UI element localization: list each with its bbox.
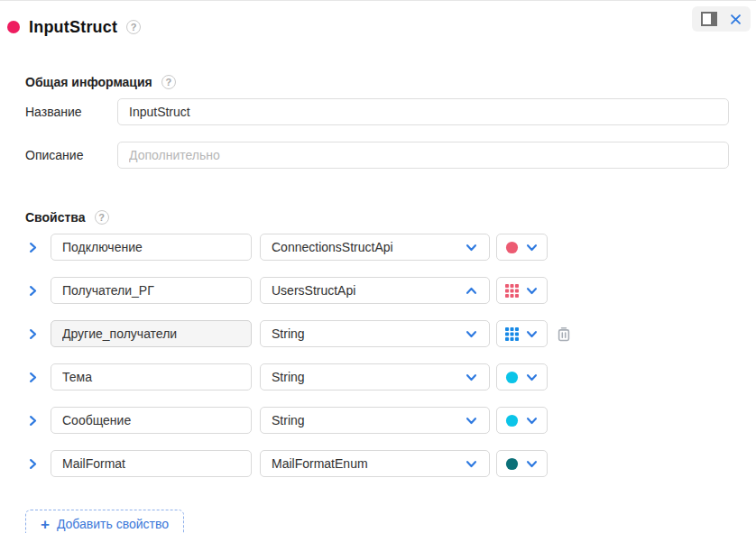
chevron-down-icon xyxy=(465,457,478,471)
chevron-right-icon[interactable] xyxy=(25,456,40,471)
close-icon xyxy=(730,14,742,25)
property-type-select[interactable]: UsersStructApi xyxy=(260,277,490,304)
property-color-select[interactable] xyxy=(496,450,548,477)
add-property-button[interactable]: + Добавить свойство xyxy=(25,510,184,533)
chevron-down-icon xyxy=(465,327,478,341)
add-property-label: Добавить свойство xyxy=(57,517,169,531)
help-icon[interactable]: ? xyxy=(161,75,176,89)
property-type-value: String xyxy=(272,326,305,341)
description-input[interactable] xyxy=(117,142,729,169)
property-row: MailFormatEnum xyxy=(25,450,729,477)
property-color-select[interactable] xyxy=(496,234,548,261)
property-type-value: String xyxy=(272,413,305,427)
property-name-input[interactable] xyxy=(51,450,252,477)
property-row: ConnectionsStructApi xyxy=(25,234,729,261)
property-type-value: MailFormatEnum xyxy=(272,456,368,471)
property-color-select[interactable] xyxy=(496,407,548,434)
properties-title: Свойства xyxy=(25,210,86,225)
property-type-select[interactable]: String xyxy=(260,320,490,347)
property-color-select[interactable] xyxy=(496,320,548,347)
chevron-right-icon[interactable] xyxy=(25,326,40,341)
property-color-select[interactable] xyxy=(496,363,548,391)
description-field-label: Описание xyxy=(25,148,117,162)
properties-section: Свойства ? ConnectionsStructApi xyxy=(25,210,729,533)
chevron-down-icon xyxy=(525,371,539,384)
property-color-select[interactable] xyxy=(496,277,548,304)
grid-icon xyxy=(505,327,519,341)
dot-icon xyxy=(505,371,519,384)
page-title: InputStruct xyxy=(29,18,117,37)
help-icon[interactable]: ? xyxy=(95,210,109,225)
dot-icon xyxy=(505,241,519,254)
property-name-input[interactable] xyxy=(51,234,252,261)
chevron-down-icon xyxy=(465,414,478,427)
help-icon[interactable]: ? xyxy=(126,20,141,34)
dock-panel-button[interactable] xyxy=(701,12,717,26)
property-row: String xyxy=(25,363,729,391)
name-field-row: Название xyxy=(25,98,729,125)
struct-header: InputStruct ? xyxy=(7,14,729,41)
panel-right-icon xyxy=(701,12,717,26)
chevron-up-icon xyxy=(465,284,478,298)
chevron-right-icon[interactable] xyxy=(25,413,40,427)
struct-color-dot-icon xyxy=(7,21,20,33)
name-input[interactable] xyxy=(117,98,729,125)
struct-editor-panel: InputStruct ? Общая информация ? Названи… xyxy=(0,0,756,533)
general-info-section: Общая информация ? Название Описание xyxy=(25,75,729,169)
property-type-select[interactable]: ConnectionsStructApi xyxy=(260,234,490,261)
property-type-value: String xyxy=(272,370,305,384)
chevron-down-icon xyxy=(525,327,539,341)
property-name-input[interactable] xyxy=(51,320,252,347)
plus-icon: + xyxy=(41,517,50,532)
chevron-down-icon xyxy=(525,414,539,427)
property-row: String xyxy=(25,407,729,434)
dot-icon xyxy=(505,457,519,471)
description-field-row: Описание xyxy=(25,142,729,169)
general-info-title: Общая информация xyxy=(25,75,152,89)
trash-icon[interactable] xyxy=(556,326,572,343)
chevron-down-icon xyxy=(525,284,539,298)
chevron-right-icon[interactable] xyxy=(25,283,40,298)
chevron-down-icon xyxy=(465,371,478,384)
chevron-right-icon[interactable] xyxy=(25,240,40,254)
property-type-select[interactable]: MailFormatEnum xyxy=(260,450,490,477)
chevron-down-icon xyxy=(465,241,478,254)
close-button[interactable] xyxy=(730,14,742,25)
property-row: UsersStructApi xyxy=(25,277,729,304)
properties-list: ConnectionsStructApi UsersStruc xyxy=(25,234,729,477)
property-row: String xyxy=(25,320,729,347)
property-name-input[interactable] xyxy=(51,277,252,304)
grid-icon xyxy=(505,284,519,298)
property-type-value: ConnectionsStructApi xyxy=(272,240,393,254)
dot-icon xyxy=(505,414,519,427)
property-name-input[interactable] xyxy=(51,363,252,391)
chevron-down-icon xyxy=(525,241,539,254)
window-controls xyxy=(692,6,751,32)
name-field-label: Название xyxy=(25,105,117,119)
chevron-down-icon xyxy=(525,457,539,471)
property-type-select[interactable]: String xyxy=(260,407,490,434)
property-type-select[interactable]: String xyxy=(260,363,490,391)
chevron-right-icon[interactable] xyxy=(25,370,40,384)
property-type-value: UsersStructApi xyxy=(272,283,355,298)
property-name-input[interactable] xyxy=(51,407,252,434)
